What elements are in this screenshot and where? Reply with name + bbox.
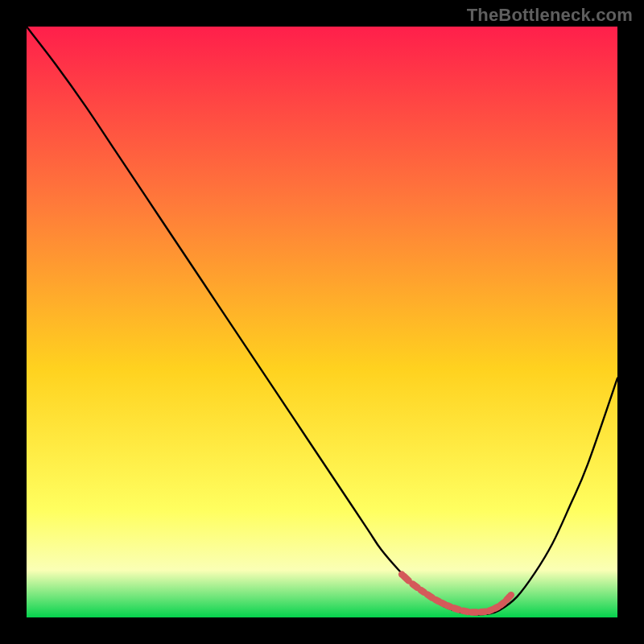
bottleneck-chart — [0, 0, 644, 644]
optimal-range-dash-seg — [413, 584, 418, 588]
optimal-range-dash-seg — [436, 600, 439, 601]
optimal-range-dash-seg — [448, 605, 451, 607]
optimal-range-dash-seg — [454, 608, 459, 609]
optimal-range-dash-seg — [421, 590, 424, 592]
optimal-range-dash-seg — [463, 611, 468, 612]
chart-stage: TheBottleneck.com — [0, 0, 644, 644]
optimal-range-dash-seg — [489, 609, 492, 611]
optimal-range-dash-seg — [427, 595, 432, 598]
optimal-range-endcap — [508, 592, 514, 598]
optimal-range-dash-seg — [441, 603, 444, 605]
optimal-range-dash-seg — [501, 603, 504, 605]
watermark-text: TheBottleneck.com — [467, 5, 633, 26]
optimal-range-dash-seg — [404, 576, 409, 581]
optimal-range-endcap — [398, 571, 405, 577]
optimal-range-dash-seg — [495, 607, 498, 609]
plot-background — [27, 27, 617, 617]
